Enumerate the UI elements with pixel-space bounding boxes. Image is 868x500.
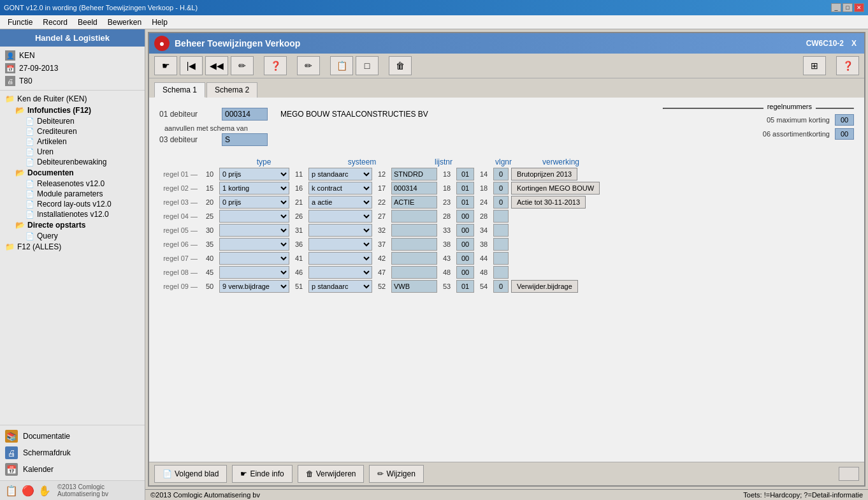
row2-type-select[interactable]: 1 korting0 prijs9 verw.bijdrage: [219, 182, 289, 195]
row5-sys-select[interactable]: [308, 224, 372, 237]
toolbar-cursor-btn[interactable]: ☛: [154, 56, 177, 75]
assortiment-row: 06 assortimentkorting: [663, 128, 854, 140]
toolbar-first-btn[interactable]: |◀: [180, 56, 203, 75]
footer-documentatie[interactable]: 📚 Documentatie: [3, 428, 142, 445]
debiteur2-input[interactable]: [222, 133, 268, 146]
menu-functie[interactable]: Functie: [3, 17, 38, 28]
toolbar-edit-btn[interactable]: ✏: [231, 56, 254, 75]
row3-verk-input[interactable]: [493, 196, 509, 209]
debiteur2-label: 03 debiteur: [159, 135, 217, 144]
row2-sys-select[interactable]: k contractp standaarca actie: [308, 182, 372, 195]
row2-verk-input[interactable]: [493, 182, 509, 195]
row5-vlg-input[interactable]: [456, 224, 474, 237]
menu-record[interactable]: Record: [38, 17, 73, 28]
bottom-icon-1[interactable]: 📋: [5, 485, 18, 497]
row6-n2: 36: [292, 240, 306, 248]
row1-desc-button[interactable]: Brutoprijzen 2013: [511, 168, 577, 180]
row4-sys-select[interactable]: [308, 210, 372, 223]
row1-type-select[interactable]: 0 prijs1 korting9 verw.bijdrage: [219, 168, 289, 180]
blank-field[interactable]: [839, 467, 859, 481]
schermafdruk-label: Schermafdruk: [23, 448, 71, 457]
assortiment-input[interactable]: [835, 128, 854, 140]
row8-vlg-input[interactable]: [456, 266, 474, 279]
user-icon: 👤: [5, 50, 15, 61]
sidebar-item-module-params[interactable]: 📄Module parameters: [23, 189, 142, 199]
row8-type-select[interactable]: 0 prijs: [219, 266, 289, 279]
row4-vlg-input[interactable]: [456, 210, 474, 223]
row7-vlg-input[interactable]: [456, 252, 474, 265]
row2-code-input[interactable]: [391, 182, 437, 195]
sidebar-item-debiteuren[interactable]: 📄Debiteuren: [23, 116, 142, 126]
toolbar-prev-btn[interactable]: ◀◀: [205, 56, 228, 75]
tab-schema2[interactable]: Schema 2: [206, 82, 257, 98]
sidebar-item-releasenotes[interactable]: 📄Releasenotes v12.0: [23, 179, 142, 189]
menu-beeld[interactable]: Beeld: [73, 17, 103, 28]
sidebar-item-directe-opstarts[interactable]: 📂 Directe opstarts: [13, 219, 142, 231]
wijzigen-button[interactable]: ✏ Wijzigen: [369, 465, 423, 483]
sidebar-item-installatienotes[interactable]: 📄Installatienotes v12.0: [23, 209, 142, 219]
row9-desc-button[interactable]: Verwijder.bijdrage: [511, 280, 578, 293]
row6-code-empty: [391, 238, 437, 251]
row6-sys-select[interactable]: [308, 238, 372, 251]
menu-help[interactable]: Help: [147, 17, 173, 28]
volgend-blad-button[interactable]: 📄 Volgend blad: [154, 465, 227, 483]
inner-close-button[interactable]: X: [849, 39, 859, 48]
row3-desc-button[interactable]: Actie tot 30-11-2013: [511, 196, 586, 209]
sidebar-item-root[interactable]: 📁 Ken de Ruiter (KEN): [3, 93, 142, 105]
row9-sys-select[interactable]: p standaarck contract: [308, 280, 372, 293]
minimize-button[interactable]: _: [831, 3, 841, 12]
bottom-icon-2[interactable]: 🔴: [22, 485, 34, 497]
sidebar-item-crediteuren[interactable]: 📄Crediteuren: [23, 126, 142, 136]
footer-schermafdruk[interactable]: 🖨 Schermafdruk: [3, 445, 142, 461]
einde-info-button[interactable]: ☛ Einde info: [232, 465, 292, 483]
toolbar-copy-btn[interactable]: 📋: [330, 56, 353, 75]
sidebar-item-f12-alles[interactable]: 📁 F12 (ALLES): [3, 241, 142, 253]
verwijderen-button[interactable]: 🗑 Verwijderen: [298, 465, 365, 483]
tab-schema1[interactable]: Schema 1: [154, 82, 205, 98]
row7-verk-empty: [493, 252, 509, 265]
row2-desc-button[interactable]: Kortingen MEGO BOUW: [511, 182, 600, 195]
max-korting-input[interactable]: [835, 114, 854, 126]
row8-sys-select[interactable]: [308, 266, 372, 279]
sidebar-item-query[interactable]: 📄Query: [23, 231, 142, 241]
row7-type-select[interactable]: 0 prijs: [219, 252, 289, 265]
toolbar-edit2-btn[interactable]: ✏: [297, 56, 320, 75]
toolbar-window-btn[interactable]: □: [356, 56, 379, 75]
sidebar-item-infofuncties[interactable]: 📂 Infofuncties (F12): [13, 105, 142, 116]
row9-vlg-input[interactable]: [456, 280, 474, 293]
row5-type-select[interactable]: 0 prijs: [219, 224, 289, 237]
row3-type-select[interactable]: 0 prijs1 korting9 verw.bijdrage: [219, 196, 289, 209]
maximize-button[interactable]: □: [843, 3, 853, 12]
row9-verk-input[interactable]: [493, 280, 509, 293]
sidebar-item-uren[interactable]: 📄Uren: [23, 147, 142, 157]
row9-type-select[interactable]: 9 verw.bijdrage0 prijs1 korting: [219, 280, 289, 293]
toolbar-grid-btn[interactable]: ⊞: [803, 56, 826, 75]
row4-type-select[interactable]: 0 prijs1 korting: [219, 210, 289, 223]
row3-code-input[interactable]: [391, 196, 437, 209]
row6-type-select[interactable]: 0 prijs: [219, 238, 289, 251]
toolbar-help-btn[interactable]: ❓: [836, 56, 859, 75]
row1-code-input[interactable]: [391, 168, 437, 180]
sidebar-item-debiteurenbewaking[interactable]: 📄Debiteurenbewaking: [23, 157, 142, 167]
sidebar-item-record-layouts[interactable]: 📄Record lay-outs v12.0: [23, 199, 142, 209]
row1-vlg-input[interactable]: [456, 168, 474, 180]
toolbar-delete-btn[interactable]: 🗑: [389, 56, 412, 75]
menu-bewerken[interactable]: Bewerken: [103, 17, 147, 28]
row1-sys-select[interactable]: p standaarck contracta actie: [308, 168, 372, 180]
assortiment-label: 06 assortimentkorting: [763, 130, 830, 138]
sidebar-item-artikelen[interactable]: 📄Artikelen: [23, 136, 142, 147]
close-button[interactable]: ✕: [854, 3, 864, 12]
row2-vlg-input[interactable]: [456, 182, 474, 195]
debiteur-input[interactable]: [222, 108, 268, 121]
row9-code-input[interactable]: [391, 280, 437, 293]
row1-verk-input[interactable]: [493, 168, 509, 180]
footer-kalender[interactable]: 📅 Kalender: [3, 461, 142, 478]
row3-sys-select[interactable]: a actiep standaarck contract: [308, 196, 372, 209]
bottom-icon-3[interactable]: ✋: [38, 485, 51, 497]
row7-sys-select[interactable]: [308, 252, 372, 265]
row9-n4: 53: [440, 283, 454, 290]
sidebar-item-documenten[interactable]: 📂 Documenten: [13, 167, 142, 179]
toolbar-info-btn[interactable]: ❓: [264, 56, 287, 75]
row6-vlg-input[interactable]: [456, 238, 474, 251]
row3-vlg-input[interactable]: [456, 196, 474, 209]
